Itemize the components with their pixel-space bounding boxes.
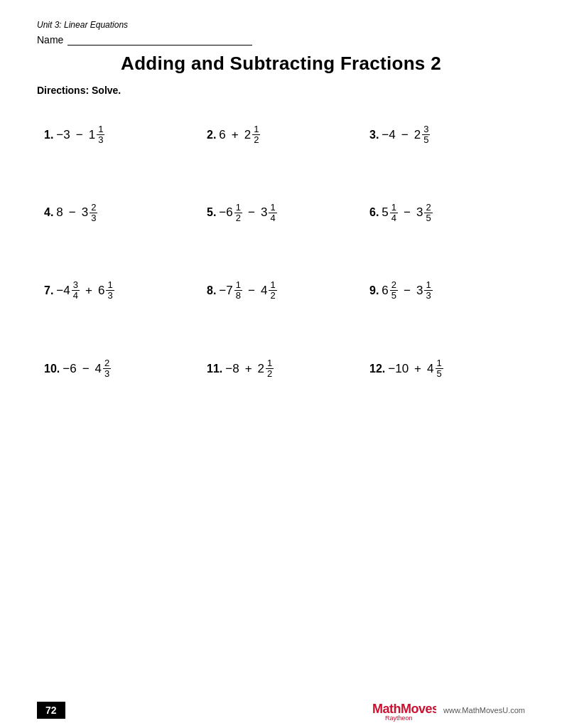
problem-number-1: 1.	[44, 129, 53, 141]
problem-expr-8: −718−412	[219, 280, 276, 301]
fraction-part: 12	[269, 280, 276, 301]
problem-expr-12: −10+415	[388, 358, 443, 380]
footer: 72 MathMovesU Raytheon www.MathMovesU.co…	[0, 692, 562, 728]
denominator: 3	[90, 213, 97, 223]
problem-expr-9: 625−313	[382, 280, 432, 301]
int-value: 8	[56, 205, 63, 220]
numerator: 2	[90, 203, 97, 213]
numerator: 1	[390, 203, 398, 213]
operator: −	[82, 362, 90, 376]
problem-cell-5: 5.−612−314	[200, 188, 362, 267]
int-value: 6	[219, 128, 225, 142]
problem-cell-6: 6.514−325	[362, 188, 525, 267]
denominator: 2	[269, 291, 276, 301]
fraction-part: 12	[234, 203, 242, 224]
mixed-number: 613	[98, 280, 114, 301]
int-value: −10	[388, 362, 409, 376]
numerator: 1	[269, 203, 276, 213]
whole-part: 4	[95, 362, 102, 376]
operator: −	[248, 205, 255, 220]
operator: −	[248, 284, 255, 298]
svg-text:MathMovesU: MathMovesU	[372, 702, 436, 716]
numerator: 1	[106, 280, 114, 291]
denominator: 5	[436, 369, 443, 379]
fraction-part: 12	[266, 358, 274, 380]
problem-number-7: 7.	[44, 284, 53, 296]
whole-part: 2	[244, 128, 251, 142]
whole-part: 6	[98, 284, 104, 298]
whole-part: 2	[258, 362, 264, 376]
int-value: −4	[382, 128, 395, 142]
denominator: 5	[422, 135, 430, 145]
name-underline-field[interactable]	[67, 34, 252, 46]
problem-number-11: 11.	[207, 363, 222, 375]
mixed-number: 325	[416, 203, 433, 224]
fraction-part: 35	[422, 124, 430, 146]
fraction-part: 13	[106, 280, 114, 301]
mixed-number: 314	[261, 203, 277, 224]
problem-expr-1: −3−113	[56, 124, 104, 146]
numerator: 3	[422, 124, 430, 135]
denominator: 3	[103, 369, 111, 379]
problem-cell-10: 10.−6−423	[37, 344, 200, 422]
whole-part: 2	[414, 128, 421, 142]
whole-part: −7	[219, 284, 232, 298]
problem-cell-3: 3.−4−235	[362, 110, 525, 188]
fraction-part: 18	[234, 280, 242, 301]
mixed-number: 323	[82, 203, 98, 224]
logo-icon: MathMovesU Raytheon	[372, 697, 436, 723]
problem-number-5: 5.	[207, 206, 216, 218]
fraction-part: 14	[269, 203, 276, 224]
problem-expr-11: −8+212	[225, 358, 274, 380]
problem-number-2: 2.	[207, 129, 216, 141]
page-number: 72	[37, 702, 65, 719]
whole-part: 3	[416, 284, 423, 298]
numerator: 1	[436, 358, 443, 369]
int-value: −3	[56, 128, 70, 142]
mixed-number: 313	[416, 280, 433, 301]
directions: Directions: Solve.	[37, 85, 525, 96]
problem-number-3: 3.	[369, 129, 379, 141]
mixed-number: −612	[219, 203, 242, 224]
operator: +	[245, 362, 252, 376]
footer-right: MathMovesU Raytheon www.MathMovesU.com	[372, 697, 525, 723]
denominator: 4	[72, 291, 80, 301]
numerator: 2	[103, 358, 111, 369]
numerator: 2	[424, 203, 432, 213]
problem-number-12: 12.	[369, 363, 385, 375]
fraction-part: 13	[97, 124, 104, 146]
problem-expr-6: 514−325	[382, 203, 432, 224]
mixed-number: 514	[382, 203, 398, 224]
problem-expr-5: −612−314	[219, 203, 276, 224]
whole-part: −4	[56, 284, 70, 298]
fraction-part: 34	[72, 280, 80, 301]
footer-url: www.MathMovesU.com	[443, 706, 525, 714]
numerator: 1	[424, 280, 432, 291]
operator: +	[414, 362, 421, 376]
denominator: 2	[266, 369, 274, 379]
directions-label: Directions:	[37, 85, 89, 96]
worksheet-page: Unit 3: Linear Equations Name Adding and…	[0, 0, 562, 728]
whole-part: −6	[219, 205, 232, 220]
problem-number-9: 9.	[369, 284, 379, 296]
denominator: 2	[234, 213, 242, 223]
whole-part: 3	[82, 205, 88, 220]
problem-expr-7: −434+613	[56, 280, 114, 301]
name-line: Name	[37, 34, 525, 46]
numerator: 1	[252, 124, 260, 135]
mixed-number: −434	[56, 280, 80, 301]
fraction-part: 15	[436, 358, 443, 380]
mixed-number: 423	[95, 358, 112, 380]
denominator: 4	[269, 213, 276, 223]
problem-cell-8: 8.−718−412	[200, 266, 362, 344]
problem-cell-11: 11.−8+212	[200, 344, 362, 422]
problem-number-10: 10.	[44, 363, 60, 375]
whole-part: 3	[261, 205, 267, 220]
unit-label: Unit 3: Linear Equations	[37, 20, 525, 30]
numerator: 1	[269, 280, 276, 291]
fraction-part: 23	[90, 203, 97, 224]
fraction-part: 23	[103, 358, 111, 380]
mixed-number: 113	[89, 124, 105, 146]
numerator: 1	[234, 203, 242, 213]
whole-part: 4	[427, 362, 433, 376]
